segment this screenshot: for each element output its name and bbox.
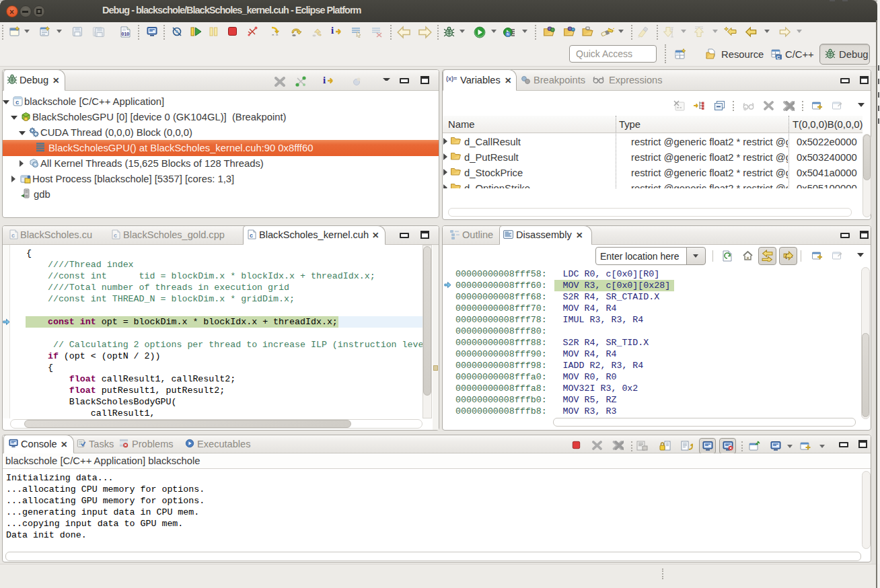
svg-text:C: C: [776, 55, 780, 60]
svg-text:010: 010: [122, 32, 130, 36]
svg-text:{..}: {..}: [784, 254, 794, 259]
svg-text:c: c: [15, 98, 19, 106]
